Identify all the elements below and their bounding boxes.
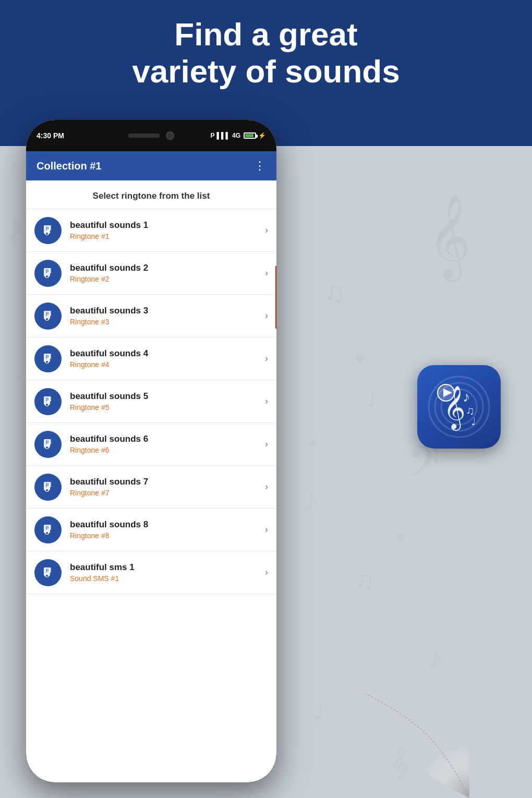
svg-rect-33 (47, 312, 49, 315)
screen-content: Collection #1 ⋮ Select ringtone from the… (26, 151, 276, 782)
chevron-icon: › (265, 567, 268, 578)
svg-point-46 (46, 446, 48, 449)
network-type: 4G (232, 132, 240, 139)
ringtone-sub: Sound SMS #1 (70, 574, 265, 583)
svg-rect-57 (46, 526, 47, 530)
ringtone-info: beautiful sounds 6 Ringtone #6 (70, 434, 265, 454)
status-time: 4:30 PM (37, 131, 64, 140)
ringtone-sub: Ringtone #5 (70, 403, 265, 412)
chevron-icon: › (265, 225, 268, 236)
ringtone-list: beautiful sounds 1 Ringtone #1 › beautif… (26, 209, 276, 594)
svg-point-51 (46, 489, 48, 491)
ringtone-item[interactable]: beautiful sounds 3 Ringtone #3 › (26, 295, 276, 337)
ringtone-name: beautiful sounds 7 (70, 477, 265, 487)
svg-rect-23 (47, 226, 49, 229)
svg-point-56 (46, 532, 48, 534)
svg-point-31 (46, 318, 48, 320)
svg-text:♩: ♩ (471, 416, 476, 427)
svg-rect-63 (47, 569, 49, 572)
svg-rect-52 (46, 483, 47, 487)
svg-point-21 (46, 233, 48, 235)
svg-rect-42 (46, 397, 47, 402)
chevron-icon: › (265, 268, 268, 279)
svg-point-36 (46, 361, 48, 363)
ringtone-name: beautiful sounds 2 (70, 263, 265, 273)
page-curl (365, 694, 469, 798)
ringtone-sub: Ringtone #6 (70, 446, 265, 454)
svg-text:♪: ♪ (5, 207, 23, 248)
app-toolbar: Collection #1 ⋮ (26, 151, 276, 180)
carrier-indicator: P (210, 132, 214, 139)
svg-point-26 (46, 275, 48, 277)
svg-rect-53 (47, 483, 49, 486)
ringtone-sub: Ringtone #4 (70, 360, 265, 369)
app-icon: 𝄞 ♪ ♫ ♩ (417, 365, 501, 449)
ringtone-item[interactable]: beautiful sounds 6 Ringtone #6 › (26, 423, 276, 466)
svg-rect-48 (47, 440, 49, 443)
ringtone-sub: Ringtone #8 (70, 531, 265, 540)
svg-rect-28 (47, 269, 49, 272)
ringtone-sub: Ringtone #7 (70, 489, 265, 497)
ringtone-item[interactable]: beautiful sounds 1 Ringtone #1 › (26, 209, 276, 252)
svg-text:𝄞: 𝄞 (428, 195, 471, 282)
chevron-icon: › (265, 439, 268, 450)
ringtone-icon-6 (34, 431, 62, 458)
ringtone-name: beautiful sounds 6 (70, 434, 265, 444)
svg-text:♥: ♥ (396, 528, 406, 546)
svg-rect-62 (46, 569, 47, 573)
ringtone-icon-3 (34, 303, 62, 330)
ringtone-info: beautiful sms 1 Sound SMS #1 (70, 562, 265, 583)
ringtone-icon-1 (34, 217, 62, 244)
ringtone-info: beautiful sounds 4 Ringtone #4 (70, 348, 265, 369)
ringtone-info: beautiful sounds 5 Ringtone #5 (70, 391, 265, 412)
ringtone-icon-8 (34, 516, 62, 543)
phone-mockup: 4:30 PM P ▌▌▌ 4G ⚡ (26, 120, 276, 782)
ringtone-name: beautiful sounds 5 (70, 391, 265, 402)
svg-point-61 (46, 575, 48, 577)
chevron-icon: › (265, 353, 268, 364)
ringtone-item[interactable]: beautiful sounds 8 Ringtone #8 › (26, 509, 276, 551)
chevron-icon: › (265, 310, 268, 321)
ringtone-name: beautiful sms 1 (70, 562, 265, 573)
ringtone-icon-5 (34, 388, 62, 415)
ringtone-sub: Ringtone #3 (70, 318, 265, 326)
svg-rect-38 (47, 355, 49, 358)
chevron-icon: › (265, 396, 268, 407)
ringtone-sub: Ringtone #1 (70, 232, 265, 240)
ringtone-item[interactable]: beautiful sounds 2 Ringtone #2 › (26, 252, 276, 295)
status-icons: P ▌▌▌ 4G ⚡ (210, 132, 266, 139)
svg-rect-22 (46, 226, 47, 231)
ringtone-item[interactable]: beautiful sms 1 Sound SMS #1 › (26, 551, 276, 594)
svg-rect-58 (47, 526, 49, 529)
ringtone-name: beautiful sounds 3 (70, 306, 265, 316)
ringtone-name: beautiful sounds 1 (70, 220, 265, 231)
ringtone-info: beautiful sounds 3 Ringtone #3 (70, 306, 265, 326)
toolbar-menu-icon[interactable]: ⋮ (254, 159, 266, 173)
svg-text:♩: ♩ (365, 385, 376, 412)
chevron-icon: › (265, 524, 268, 535)
svg-text:♫: ♫ (323, 276, 345, 309)
toolbar-title: Collection #1 (37, 160, 101, 172)
ringtone-info: beautiful sounds 7 Ringtone #7 (70, 477, 265, 497)
svg-text:♪: ♪ (303, 480, 320, 518)
battery-icon (244, 132, 256, 139)
header-title: Find a great variety of sounds (0, 16, 532, 90)
ringtone-item[interactable]: beautiful sounds 4 Ringtone #4 › (26, 337, 276, 380)
ringtone-icon-7 (34, 474, 62, 501)
svg-text:♥: ♥ (355, 348, 366, 369)
ringtone-item[interactable]: beautiful sounds 5 Ringtone #5 › (26, 380, 276, 423)
svg-text:♥: ♥ (308, 436, 317, 452)
svg-text:♩: ♩ (313, 698, 324, 725)
ringtone-info: beautiful sounds 1 Ringtone #1 (70, 220, 265, 240)
svg-rect-43 (47, 397, 49, 401)
svg-point-41 (46, 404, 48, 406)
lightning-icon: ⚡ (258, 132, 266, 139)
ringtone-icon-2 (34, 260, 62, 287)
ringtone-info: beautiful sounds 8 Ringtone #8 (70, 519, 265, 540)
ringtone-item[interactable]: beautiful sounds 7 Ringtone #7 › (26, 466, 276, 509)
phone-screen: 4:30 PM P ▌▌▌ 4G ⚡ (26, 120, 276, 782)
ringtone-name: beautiful sounds 4 (70, 348, 265, 359)
svg-text:♪: ♪ (428, 639, 443, 674)
phone-red-stripe (275, 266, 276, 329)
svg-text:♫: ♫ (355, 566, 374, 595)
